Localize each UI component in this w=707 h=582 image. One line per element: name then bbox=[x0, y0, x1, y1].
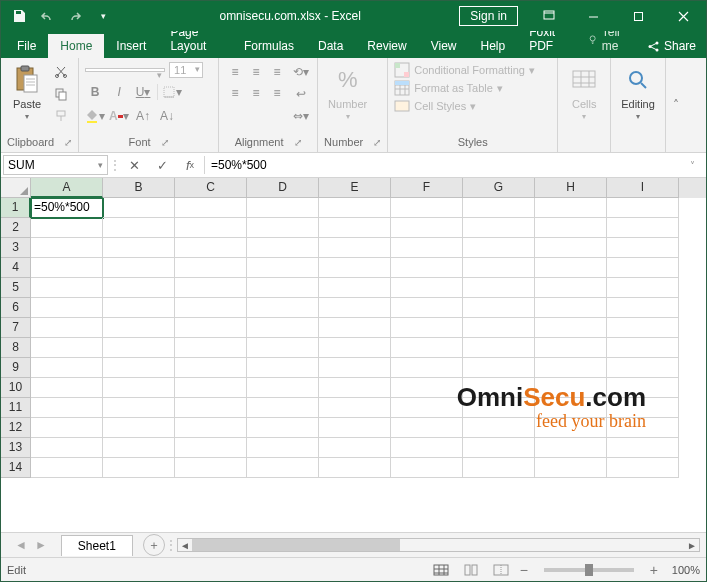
cell[interactable] bbox=[247, 238, 319, 258]
cell[interactable] bbox=[319, 458, 391, 478]
cell[interactable] bbox=[391, 398, 463, 418]
cell[interactable] bbox=[103, 418, 175, 438]
paste-button[interactable]: Paste ▾ bbox=[7, 62, 47, 123]
cell[interactable] bbox=[31, 398, 103, 418]
font-size-select[interactable]: 11 bbox=[169, 62, 203, 78]
cell[interactable] bbox=[319, 258, 391, 278]
cell[interactable] bbox=[319, 278, 391, 298]
decrease-font-icon[interactable]: A↓ bbox=[157, 106, 177, 126]
tab-formulas[interactable]: Formulas bbox=[232, 34, 306, 58]
cell[interactable] bbox=[535, 258, 607, 278]
cell[interactable] bbox=[103, 438, 175, 458]
cell[interactable] bbox=[463, 458, 535, 478]
cell[interactable] bbox=[103, 198, 175, 218]
cell[interactable]: =50%*500 bbox=[31, 198, 103, 218]
cell[interactable] bbox=[31, 358, 103, 378]
cell[interactable] bbox=[319, 438, 391, 458]
cell[interactable] bbox=[535, 198, 607, 218]
cell[interactable] bbox=[319, 338, 391, 358]
horizontal-scrollbar[interactable]: ◄► bbox=[177, 538, 700, 552]
cell-styles-button[interactable]: Cell Styles ▾ bbox=[394, 98, 535, 114]
column-header[interactable]: A bbox=[31, 178, 103, 198]
cell[interactable] bbox=[391, 258, 463, 278]
cell[interactable] bbox=[103, 218, 175, 238]
cell[interactable] bbox=[463, 198, 535, 218]
cell[interactable] bbox=[247, 378, 319, 398]
row-header[interactable]: 13 bbox=[1, 438, 31, 458]
cell[interactable] bbox=[463, 418, 535, 438]
next-sheet-icon[interactable]: ► bbox=[35, 538, 47, 552]
dialog-launcher-icon[interactable]: ⤢ bbox=[294, 137, 302, 148]
insert-function-icon[interactable]: fx bbox=[176, 153, 204, 177]
cell[interactable] bbox=[607, 218, 679, 238]
cell[interactable] bbox=[607, 418, 679, 438]
cell[interactable] bbox=[175, 458, 247, 478]
cell[interactable] bbox=[31, 438, 103, 458]
cell[interactable] bbox=[607, 398, 679, 418]
grid-rows[interactable]: 1=50%*500234567891011121314 OmniSecu.com… bbox=[1, 198, 706, 532]
name-box[interactable]: SUM bbox=[3, 155, 108, 175]
row-header[interactable]: 4 bbox=[1, 258, 31, 278]
cell[interactable] bbox=[463, 338, 535, 358]
cell[interactable] bbox=[319, 318, 391, 338]
cell[interactable] bbox=[535, 458, 607, 478]
cell[interactable] bbox=[463, 398, 535, 418]
cell[interactable] bbox=[175, 298, 247, 318]
cell[interactable] bbox=[103, 378, 175, 398]
editing-button[interactable]: Editing ▾ bbox=[617, 62, 659, 123]
cell[interactable] bbox=[535, 238, 607, 258]
cell[interactable] bbox=[103, 338, 175, 358]
tab-help[interactable]: Help bbox=[469, 34, 518, 58]
cell[interactable] bbox=[319, 238, 391, 258]
tab-insert[interactable]: Insert bbox=[104, 34, 158, 58]
increase-font-icon[interactable]: A↑ bbox=[133, 106, 153, 126]
cell[interactable] bbox=[391, 318, 463, 338]
column-header[interactable]: G bbox=[463, 178, 535, 198]
cell[interactable] bbox=[535, 398, 607, 418]
cell[interactable] bbox=[607, 258, 679, 278]
row-header[interactable]: 5 bbox=[1, 278, 31, 298]
cell[interactable] bbox=[175, 398, 247, 418]
cell[interactable] bbox=[31, 238, 103, 258]
cell[interactable] bbox=[319, 198, 391, 218]
cell[interactable] bbox=[535, 438, 607, 458]
cell[interactable] bbox=[463, 378, 535, 398]
cell[interactable] bbox=[391, 278, 463, 298]
border-button[interactable]: ▾ bbox=[162, 82, 182, 102]
cell[interactable] bbox=[103, 238, 175, 258]
cell[interactable] bbox=[535, 298, 607, 318]
page-layout-view-icon[interactable] bbox=[460, 561, 482, 579]
select-all-corner[interactable] bbox=[1, 178, 31, 198]
cell[interactable] bbox=[247, 278, 319, 298]
align-bottom-icon[interactable]: ≡ bbox=[267, 62, 287, 82]
cell[interactable] bbox=[607, 198, 679, 218]
cell[interactable] bbox=[31, 298, 103, 318]
share-button[interactable]: Share bbox=[637, 34, 706, 58]
cell[interactable] bbox=[31, 278, 103, 298]
bold-button[interactable]: B bbox=[85, 82, 105, 102]
enter-formula-icon[interactable]: ✓ bbox=[148, 153, 176, 177]
column-header[interactable]: B bbox=[103, 178, 175, 198]
cell[interactable] bbox=[31, 258, 103, 278]
tab-view[interactable]: View bbox=[419, 34, 469, 58]
conditional-formatting-button[interactable]: Conditional Formatting ▾ bbox=[394, 62, 535, 78]
row-header[interactable]: 11 bbox=[1, 398, 31, 418]
align-left-icon[interactable]: ≡ bbox=[225, 83, 245, 103]
cell[interactable] bbox=[31, 218, 103, 238]
cell[interactable] bbox=[31, 458, 103, 478]
cell[interactable] bbox=[175, 238, 247, 258]
cell[interactable] bbox=[247, 258, 319, 278]
format-as-table-button[interactable]: Format as Table ▾ bbox=[394, 80, 535, 96]
cell[interactable] bbox=[103, 358, 175, 378]
dialog-launcher-icon[interactable]: ⤢ bbox=[64, 137, 72, 148]
row-header[interactable]: 10 bbox=[1, 378, 31, 398]
cell[interactable] bbox=[607, 318, 679, 338]
cell[interactable] bbox=[535, 278, 607, 298]
cell[interactable] bbox=[391, 378, 463, 398]
align-middle-icon[interactable]: ≡ bbox=[246, 62, 266, 82]
cell[interactable] bbox=[31, 318, 103, 338]
cell[interactable] bbox=[391, 198, 463, 218]
cell[interactable] bbox=[175, 418, 247, 438]
italic-button[interactable]: I bbox=[109, 82, 129, 102]
column-header[interactable]: I bbox=[607, 178, 679, 198]
